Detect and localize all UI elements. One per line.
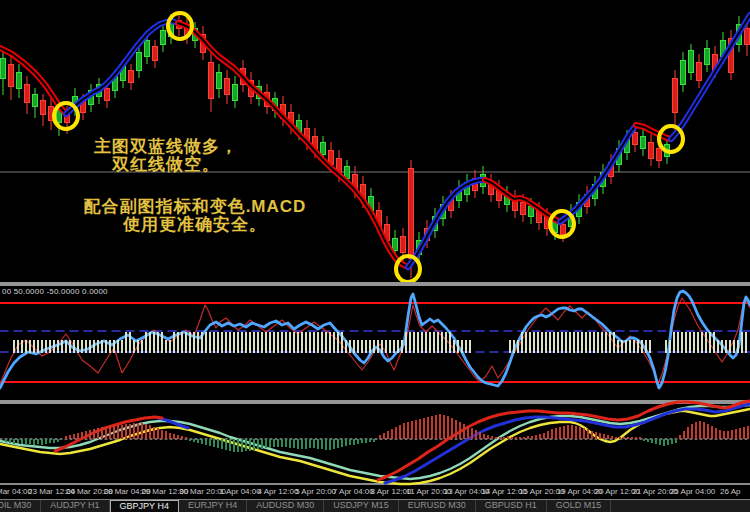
time-axis-label: 25 Apr 04:00 xyxy=(670,487,715,496)
chart-canvas[interactable] xyxy=(0,0,750,512)
chart-tab-oil-m30[interactable]: OIL M30 xyxy=(0,500,41,512)
chart-tab-audusd-m30[interactable]: AUDUSD M30 xyxy=(247,500,324,512)
chart-tab-gbpjpy-h4[interactable]: GBPJPY H4 xyxy=(110,500,179,512)
time-axis-label: 7 Apr 04:00 xyxy=(333,487,374,496)
chart-tab-eurusd-m30[interactable]: EURUSD M30 xyxy=(399,500,476,512)
oscillator-panel[interactable] xyxy=(0,291,750,388)
time-axis-label: 26 Ap xyxy=(720,487,740,496)
annotation-line3: 配合副图指标和变色.MACD xyxy=(50,198,340,216)
macd-panel[interactable] xyxy=(0,401,750,484)
chart-tab-gbpusd-h1[interactable]: GBPUSD H1 xyxy=(476,500,547,512)
annotation-line1: 主图双蓝线做多， xyxy=(36,138,296,156)
indicator-values-label: 00 50.0000 -50.0000 0.0000 xyxy=(2,287,108,296)
annotation-macd-tip: 配合副图指标和变色.MACD 使用更准确安全。 xyxy=(50,198,340,233)
time-axis-label: 4 Apr 12:00 xyxy=(257,487,298,496)
chart-tab-audjpy-h1[interactable]: AUDJPY H1 xyxy=(41,500,109,512)
chart-tab-bar: OIL M30AUDJPY H1GBPJPY H4EURJPY H4AUDUSD… xyxy=(0,499,750,512)
mt4-chart-window: 主图双蓝线做多， 双红线做空。 配合副图指标和变色.MACD 使用更准确安全。 … xyxy=(0,0,750,512)
chart-tab-gold-m15[interactable]: GOLD M15 xyxy=(547,500,612,512)
time-axis-label: 5 Apr 20:00 xyxy=(295,487,336,496)
chart-tab-eurjpy-h4[interactable]: EURJPY H4 xyxy=(179,500,247,512)
macd-histogram xyxy=(6,414,748,452)
annotation-line2: 双红线做空。 xyxy=(36,156,296,174)
chart-tab-usdjpy-m15[interactable]: USDJPY M15 xyxy=(324,500,398,512)
panel-separators xyxy=(0,282,750,485)
annotation-long-short-rule: 主图双蓝线做多， 双红线做空。 xyxy=(36,138,296,173)
time-axis-label: 1 Apr 04:00 xyxy=(220,487,261,496)
annotation-line4: 使用更准确安全。 xyxy=(50,216,340,234)
time-axis[interactable]: Mar 04:0023 Mar 12:0024 Mar 20:0028 Mar … xyxy=(0,486,750,500)
